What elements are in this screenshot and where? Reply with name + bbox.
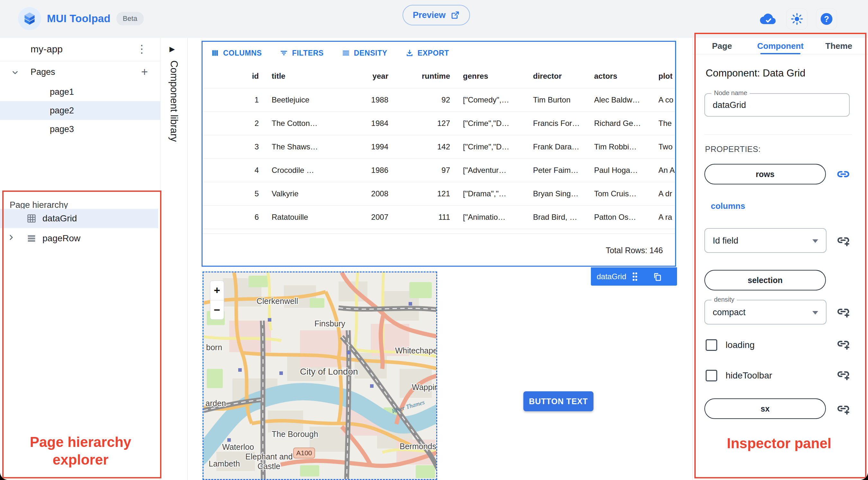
datagrid-component[interactable]: COLUMNS FILTERS DENSITY bbox=[202, 41, 676, 267]
drag-indicator-icon[interactable] bbox=[631, 272, 639, 282]
zoom-in-button[interactable]: + bbox=[210, 281, 224, 300]
component-library-panel[interactable]: ▶ Component library bbox=[160, 38, 188, 480]
theme-toggle-button[interactable] bbox=[786, 8, 808, 30]
chevron-right-icon[interactable] bbox=[7, 233, 16, 242]
table-row[interactable]: 2 The Cotton… 1984 127 ["Crime","D… Fran… bbox=[203, 111, 675, 135]
download-icon bbox=[405, 49, 414, 57]
dropdown-arrow-icon bbox=[812, 239, 818, 243]
datagrid-header-row: id title year runtime genres director ac… bbox=[203, 64, 675, 88]
datagrid-rows: 1 Beetlejuice 1988 92 ["Comedy",… Tim Bu… bbox=[203, 88, 675, 229]
hierarchy-item-label: pageRow bbox=[42, 233, 81, 244]
id-field-select[interactable]: Id field bbox=[704, 228, 827, 253]
rows-property-button[interactable]: rows bbox=[704, 164, 826, 184]
svg-text:Lambeth: Lambeth bbox=[209, 459, 240, 468]
canvas-button-component[interactable]: BUTTON TEXT bbox=[523, 391, 593, 411]
open-in-new-icon bbox=[451, 10, 460, 20]
svg-text:Elephant and: Elephant and bbox=[245, 452, 292, 461]
sidebar-item-page3[interactable]: page3 bbox=[0, 120, 160, 138]
column-header[interactable]: runtime bbox=[395, 72, 457, 81]
filters-button[interactable]: FILTERS bbox=[278, 49, 326, 58]
sidebar-item-page1[interactable]: page1 bbox=[0, 83, 160, 101]
cell-director: Peter Faim… bbox=[527, 166, 588, 175]
hierarchy-item-pagerow[interactable]: pageRow bbox=[0, 229, 158, 248]
column-header[interactable]: actors bbox=[588, 72, 649, 81]
svg-text:The Borough: The Borough bbox=[272, 429, 318, 439]
node-name-value[interactable]: dataGrid bbox=[705, 94, 849, 116]
selection-property-button[interactable]: selection bbox=[704, 270, 826, 290]
tab-page[interactable]: Page bbox=[693, 38, 751, 54]
add-binding-icon[interactable] bbox=[836, 337, 850, 351]
table-row[interactable]: 4 Crocodile … 1986 97 ["Adventur… Peter … bbox=[203, 158, 675, 182]
column-header[interactable]: year bbox=[363, 72, 395, 81]
add-binding-icon[interactable] bbox=[836, 367, 850, 381]
map-component[interactable]: + − bbox=[203, 271, 437, 480]
table-row[interactable]: 5 Valkyrie 2008 121 ["Drama","… Bryan Si… bbox=[203, 182, 675, 205]
add-binding-icon[interactable] bbox=[836, 402, 850, 416]
cell-runtime: 127 bbox=[395, 119, 457, 128]
preview-button-label: Preview bbox=[413, 10, 445, 20]
add-binding-icon[interactable] bbox=[836, 305, 850, 319]
map-tiles: A100 Clerkenwell Finsbury Whitechapel Ci… bbox=[204, 273, 437, 480]
column-header[interactable]: title bbox=[265, 72, 363, 81]
app-bar: MUI Toolpad Beta Preview bbox=[0, 0, 868, 38]
hidetoolbar-checkbox[interactable] bbox=[706, 370, 717, 381]
hidetoolbar-checkbox-row: hideToolbar bbox=[706, 370, 772, 381]
columns-button-label: COLUMNS bbox=[223, 49, 262, 58]
cell-runtime: 111 bbox=[395, 213, 457, 222]
tab-component[interactable]: Component bbox=[751, 38, 810, 54]
cell-plot: Two bbox=[649, 142, 676, 151]
preview-button[interactable]: Preview bbox=[403, 5, 470, 25]
table-row[interactable]: 1 Beetlejuice 1988 92 ["Comedy",… Tim Bu… bbox=[203, 88, 675, 111]
columns-button[interactable]: COLUMNS bbox=[209, 49, 264, 58]
light-mode-icon bbox=[791, 13, 803, 25]
sidebar-item-page2[interactable]: page2 bbox=[0, 101, 160, 120]
sx-property-button[interactable]: sx bbox=[704, 398, 826, 419]
tab-theme[interactable]: Theme bbox=[809, 38, 868, 54]
svg-text:Waterloo: Waterloo bbox=[222, 442, 254, 451]
cell-director: Francis For… bbox=[527, 119, 588, 128]
help-icon: ? bbox=[819, 12, 834, 26]
cell-title: The Shaws… bbox=[265, 142, 363, 151]
loading-checkbox-row: loading bbox=[706, 339, 754, 351]
hierarchy-item-datagrid[interactable]: dataGrid bbox=[0, 209, 158, 228]
svg-text:City of London: City of London bbox=[300, 366, 358, 377]
column-header[interactable]: id bbox=[203, 72, 265, 81]
column-header[interactable]: director bbox=[527, 72, 588, 81]
cell-actors: Patton Os… bbox=[588, 213, 649, 222]
density-value: compact bbox=[705, 300, 826, 324]
cell-actors: Paul Hoga… bbox=[588, 166, 649, 175]
beta-badge: Beta bbox=[116, 12, 144, 25]
expand-arrow-icon[interactable]: ▶ bbox=[169, 45, 175, 53]
delete-icon[interactable] bbox=[676, 272, 685, 282]
pages-header[interactable]: Pages + bbox=[0, 63, 160, 83]
zoom-out-button[interactable]: − bbox=[210, 300, 224, 320]
add-page-button[interactable]: + bbox=[141, 65, 148, 79]
column-header[interactable]: plot bbox=[649, 72, 676, 81]
density-select[interactable]: density compact bbox=[704, 300, 827, 324]
column-header[interactable]: genres bbox=[457, 72, 527, 81]
component-heading: Component: Data Grid bbox=[706, 67, 805, 79]
duplicate-icon[interactable] bbox=[653, 272, 662, 282]
chevron-down-icon[interactable] bbox=[11, 68, 19, 77]
node-name-field[interactable]: Node name dataGrid bbox=[704, 93, 850, 117]
loading-checkbox[interactable] bbox=[706, 339, 717, 351]
cell-year: 1988 bbox=[363, 95, 395, 104]
cell-runtime: 92 bbox=[395, 95, 457, 104]
table-row[interactable]: 3 The Shaws… 1994 142 ["Crime","D… Frank… bbox=[203, 135, 675, 158]
columns-property-link[interactable]: columns bbox=[711, 201, 745, 211]
cell-actors: Tim Robbi… bbox=[588, 142, 649, 151]
table-row[interactable]: 6 Ratatouille 2007 111 ["Animatio… Brad … bbox=[203, 205, 675, 229]
help-button[interactable]: ? bbox=[816, 8, 837, 30]
cell-title: Ratatouille bbox=[265, 213, 363, 222]
add-binding-icon[interactable] bbox=[836, 233, 850, 247]
cell-plot: An A bbox=[649, 166, 676, 175]
density-button[interactable]: DENSITY bbox=[340, 49, 389, 58]
cell-year: 2008 bbox=[363, 189, 395, 198]
app-menu-button[interactable]: ⋮ bbox=[136, 42, 147, 55]
cell-director: Brad Bird, … bbox=[527, 213, 588, 222]
link-icon[interactable] bbox=[836, 167, 850, 181]
export-button[interactable]: EXPORT bbox=[403, 49, 451, 58]
density-label: density bbox=[711, 296, 737, 303]
hidetoolbar-label: hideToolbar bbox=[725, 371, 772, 381]
selection-overlay-chip[interactable]: dataGrid bbox=[591, 267, 677, 286]
